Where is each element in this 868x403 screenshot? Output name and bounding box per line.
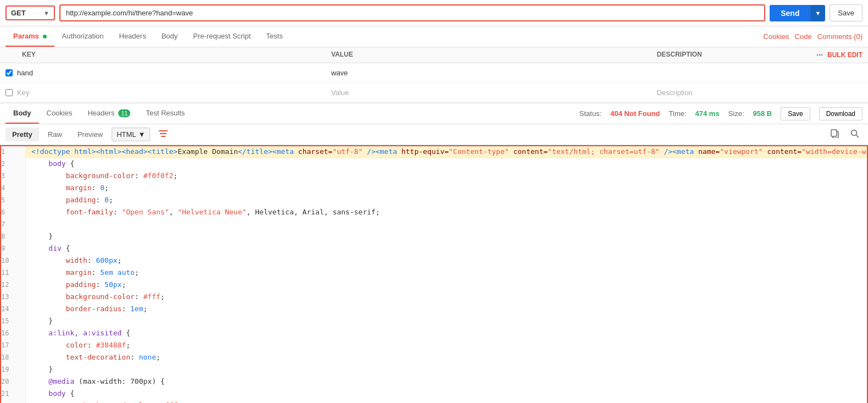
time-value: 474 ms [695, 109, 720, 118]
resp-tab-cookies[interactable]: Cookies [39, 103, 80, 124]
param-key-col: hand [5, 69, 331, 77]
params-dot [43, 35, 47, 38]
svg-rect-4 [831, 130, 837, 136]
code-line-14: 14 border-radius: 1em; [1, 303, 867, 316]
code-line-2: 2 body { [1, 158, 867, 170]
status-value: 404 Not Found [610, 109, 660, 118]
code-line-19: 19 } [1, 364, 867, 376]
code-line-10: 10 width: 600px; [1, 255, 867, 267]
top-bar: GET ▼ Send ▼ Save [0, 0, 868, 26]
code-line-21: 21 body { [1, 388, 867, 400]
status-label: Status: [579, 109, 601, 118]
send-button[interactable]: Send [770, 5, 810, 21]
content-toolbar: Pretty Raw Preview HTML ▼ [0, 124, 868, 145]
code-line-16: 16 a:link, a:visited { [1, 328, 867, 340]
param-value: wave [331, 69, 656, 77]
send-dropdown-button[interactable]: ▼ [810, 5, 825, 21]
col-header-value: VALUE [331, 51, 656, 59]
resp-tab-body[interactable]: Body [5, 103, 39, 124]
tab-pre-request-script[interactable]: Pre-request Script [185, 26, 258, 47]
size-value: 958 B [753, 109, 772, 118]
tab-params[interactable]: Params [5, 26, 54, 47]
filter-icon[interactable] [158, 129, 169, 140]
col-header-actions: ··· Bulk Edit [808, 51, 863, 59]
headers-badge: 11 [118, 109, 130, 117]
placeholder-key: Key [17, 89, 29, 97]
response-tabs-bar: Body Cookies Headers 11 Test Results Sta… [0, 103, 868, 124]
code-line-13: 13 background-color: #fff; [1, 291, 867, 303]
resp-status-area: Status: 404 Not Found Time: 474 ms Size:… [579, 107, 863, 120]
code-line-7: 7 [1, 219, 867, 231]
code-line-3: 3 background-color: #f0f0f2; [1, 170, 867, 183]
tab-authorization[interactable]: Authorization [54, 26, 112, 47]
svg-line-6 [856, 135, 859, 137]
response-save-button[interactable]: Save [781, 107, 810, 120]
format-tab-preview[interactable]: Preview [71, 128, 109, 141]
resp-tab-test-results[interactable]: Test Results [138, 103, 192, 124]
url-input[interactable] [59, 4, 765, 21]
code-line-18: 18 text-decoration: none; [1, 352, 867, 364]
response-download-button[interactable]: Download [819, 107, 863, 120]
table-row: hand wave [0, 63, 868, 83]
params-header: KEY VALUE DESCRIPTION ··· Bulk Edit [0, 47, 868, 63]
format-type-select[interactable]: HTML ▼ [112, 128, 150, 141]
code-link[interactable]: Code [795, 32, 812, 41]
code-line-1: 1 <!doctype html><html><head><title>Exam… [1, 146, 867, 158]
send-btn-group: Send ▼ [770, 5, 825, 21]
time-label: Time: [669, 109, 687, 118]
code-line-12: 12 padding: 50px; [1, 279, 867, 291]
size-label: Size: [728, 109, 744, 118]
code-line-8: 8 } [1, 231, 867, 243]
resp-tab-headers[interactable]: Headers 11 [80, 103, 138, 124]
tab-tests[interactable]: Tests [258, 26, 290, 47]
toolbar-right [827, 128, 863, 141]
table-row-placeholder: Key Value Description [0, 83, 868, 103]
save-button-top[interactable]: Save [830, 4, 863, 21]
code-line-11: 11 margin: 5em auto; [1, 267, 867, 279]
param-checkbox[interactable] [5, 69, 13, 76]
params-table: KEY VALUE DESCRIPTION ··· Bulk Edit hand… [0, 47, 868, 103]
placeholder-value: Value [331, 89, 656, 97]
code-line-6: 6 font-family: "Open Sans", "Helvetica N… [1, 207, 867, 219]
svg-point-5 [852, 130, 857, 135]
method-chevron-icon: ▼ [43, 10, 49, 16]
code-line-9: 9 div { [1, 243, 867, 255]
bulk-edit-button[interactable]: Bulk Edit [827, 51, 863, 59]
format-tab-raw[interactable]: Raw [41, 128, 69, 141]
placeholder-key-col: Key [5, 89, 331, 97]
format-type-chevron: ▼ [139, 130, 146, 139]
format-tab-pretty[interactable]: Pretty [5, 128, 39, 141]
code-area[interactable]: 1 <!doctype html><html><head><title>Exam… [0, 145, 868, 403]
code-line-15: 15 } [1, 316, 867, 328]
param-key: hand [17, 69, 33, 77]
placeholder-desc: Description [657, 89, 863, 97]
code-line-20: 20 @media (max-width: 700px) { [1, 376, 867, 388]
tab-body[interactable]: Body [154, 26, 186, 47]
col-header-key: KEY [5, 51, 331, 59]
code-line-4: 4 margin: 0; [1, 183, 867, 195]
comments-link[interactable]: Comments (0) [817, 32, 863, 41]
code-line-5: 5 padding: 0; [1, 195, 867, 207]
code-line-17: 17 color: #38488f; [1, 340, 867, 352]
placeholder-checkbox[interactable] [5, 89, 13, 96]
format-type-label: HTML [117, 130, 136, 139]
method-select[interactable]: GET ▼ [5, 5, 55, 20]
method-label: GET [11, 9, 26, 17]
col-header-desc: DESCRIPTION [657, 51, 808, 59]
cookies-link[interactable]: Cookies [764, 32, 789, 41]
search-icon[interactable] [847, 128, 863, 141]
request-tabs-row: Params Authorization Headers Body Pre-re… [0, 26, 868, 47]
code-line-22: 22 background-color: #fff; [1, 400, 867, 403]
tab-right-links: Cookies Code Comments (0) [764, 32, 863, 41]
more-options-icon[interactable]: ··· [816, 51, 823, 59]
copy-icon[interactable] [827, 128, 843, 141]
tab-headers[interactable]: Headers [112, 26, 154, 47]
